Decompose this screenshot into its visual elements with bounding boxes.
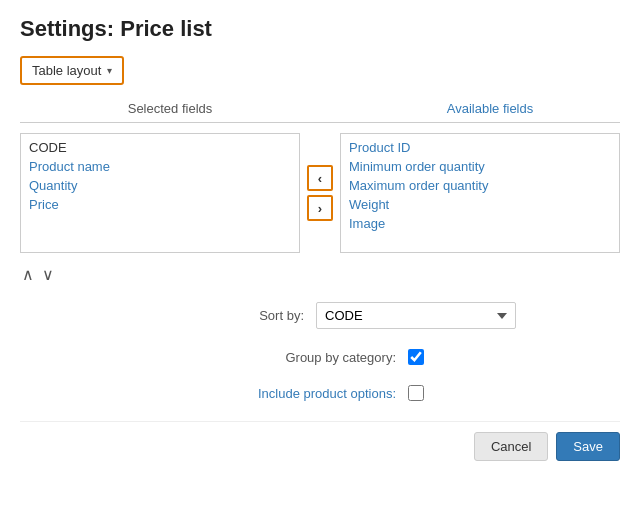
list-item[interactable]: Maximum order quantity — [345, 176, 615, 195]
toolbar: Table layout ▾ — [20, 56, 620, 85]
footer-buttons: Cancel Save — [20, 421, 620, 461]
list-item[interactable]: Image — [345, 214, 615, 233]
dropdown-arrow-icon: ▾ — [107, 65, 112, 76]
save-button[interactable]: Save — [556, 432, 620, 461]
group-by-category-checkbox[interactable] — [408, 349, 424, 365]
move-up-button[interactable]: ∧ — [20, 265, 36, 284]
table-layout-label: Table layout — [32, 63, 101, 78]
move-buttons: ∧ ∨ — [20, 265, 620, 284]
list-item[interactable]: Price — [25, 195, 295, 214]
selected-fields-header: Selected fields — [20, 101, 320, 116]
columns-header: Selected fields Available fields — [20, 101, 620, 123]
list-item[interactable]: Product name — [25, 157, 295, 176]
page-title: Settings: Price list — [20, 16, 620, 42]
transfer-left-button[interactable]: ‹ — [307, 165, 333, 191]
include-product-options-row: Include product options: — [20, 385, 620, 401]
sort-by-label: Sort by: — [124, 308, 304, 323]
list-item[interactable]: Minimum order quantity — [345, 157, 615, 176]
sort-by-select[interactable]: CODE Product name Quantity Price Product… — [316, 302, 516, 329]
lists-area: CODE Product name Quantity Price ‹ › Pro… — [20, 133, 620, 253]
transfer-buttons: ‹ › — [300, 165, 340, 221]
transfer-right-button[interactable]: › — [307, 195, 333, 221]
group-by-category-row: Group by category: — [20, 349, 620, 365]
sort-by-row: Sort by: CODE Product name Quantity Pric… — [20, 302, 620, 329]
group-by-category-label: Group by category: — [216, 350, 396, 365]
available-fields-list[interactable]: Product ID Minimum order quantity Maximu… — [340, 133, 620, 253]
table-layout-button[interactable]: Table layout ▾ — [20, 56, 124, 85]
list-item[interactable]: CODE — [25, 138, 295, 157]
move-down-button[interactable]: ∨ — [40, 265, 56, 284]
list-item[interactable]: Quantity — [25, 176, 295, 195]
include-product-options-label: Include product options: — [216, 386, 396, 401]
selected-fields-list[interactable]: CODE Product name Quantity Price — [20, 133, 300, 253]
list-item[interactable]: Weight — [345, 195, 615, 214]
available-fields-header: Available fields — [360, 101, 620, 116]
list-item[interactable]: Product ID — [345, 138, 615, 157]
cancel-button[interactable]: Cancel — [474, 432, 548, 461]
include-product-options-checkbox[interactable] — [408, 385, 424, 401]
